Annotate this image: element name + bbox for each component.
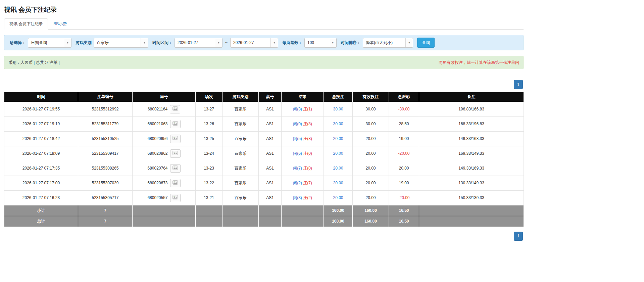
total-bet-link[interactable]: 20.00 — [333, 166, 343, 171]
summary-currency-total: 币别：人民币 | 总共 :7 注单 | — [8, 60, 60, 65]
page-button-1[interactable]: 1 — [514, 232, 523, 241]
query-type-select[interactable]: 日期查询 ▾ — [28, 38, 71, 48]
total-bet-link[interactable]: 30.00 — [333, 107, 343, 111]
result-player: 闲(3) — [293, 107, 302, 111]
pagination-bottom: 1 — [4, 232, 523, 241]
total-bet-link[interactable]: 20.00 — [333, 181, 343, 185]
table-row: 2026-01-27 07:18:09 523155309417 6800208… — [4, 146, 524, 161]
table-row: 2026-01-27 07:17:35 523155308265 6800207… — [4, 161, 524, 176]
video-icon — [172, 166, 178, 171]
chevron-down-icon: ▾ — [64, 38, 71, 47]
cell-round-id: 680020862 — [133, 146, 196, 161]
cell-game-type: 百家乐 — [222, 161, 259, 176]
cell-payout: 28.50 — [389, 116, 419, 131]
round-id-value: 680020557 — [147, 195, 167, 200]
chevron-down-icon: ▾ — [270, 38, 278, 47]
cell-remark: 149.33/168.33 — [419, 131, 524, 146]
video-replay-button[interactable] — [170, 179, 181, 187]
cell-bet-id: 523155309417 — [78, 146, 133, 161]
cell-round-id: 680020557 — [133, 190, 196, 205]
chevron-down-icon: ▾ — [141, 38, 148, 47]
video-replay-button[interactable] — [170, 120, 181, 128]
cell-total-bet: 20.00 — [324, 190, 353, 205]
result-banker: 庄(0) — [303, 166, 312, 171]
cell-bet-id: 523155310525 — [78, 131, 133, 146]
video-replay-button[interactable] — [170, 105, 180, 113]
cell-game-type: 百家乐 — [222, 102, 259, 116]
cell-session: 13-27 — [196, 102, 222, 116]
page-button-1[interactable]: 1 — [514, 80, 523, 89]
cell-result: 闲(2) 庄(7) — [282, 176, 324, 190]
tab-bb-tip[interactable]: BB小费 — [48, 18, 72, 30]
cell-remark: 150.33/130.33 — [419, 190, 524, 205]
round-id-value: 680021063 — [147, 122, 167, 126]
cell-valid-bet: 20.00 — [353, 176, 389, 190]
result-player: 闲(6) — [293, 151, 302, 156]
result-player: 闲(7) — [293, 166, 302, 171]
total-bet-link[interactable]: 20.00 — [333, 136, 343, 141]
col-payout: 总派彩 — [389, 92, 419, 102]
sort-value: 降幂(由大到小) — [363, 38, 405, 47]
total-bet-link[interactable]: 20.00 — [333, 151, 343, 156]
total-bet-link[interactable]: 20.00 — [333, 195, 343, 200]
total-label: 总计 — [4, 216, 78, 227]
game-type-value: 百家乐 — [94, 38, 141, 47]
tab-betting-records[interactable]: 视讯 会员下注纪录 — [4, 18, 48, 30]
cell-time: 2026-01-27 07:16:23 — [4, 190, 78, 205]
pagination-top: 1 — [4, 80, 523, 89]
subtotal-label: 小计 — [4, 205, 78, 216]
round-id-value: 680020862 — [147, 151, 167, 156]
total-bet-link[interactable]: 30.00 — [333, 122, 343, 126]
page-size-select[interactable]: 100 ▾ — [304, 38, 337, 48]
video-replay-button[interactable] — [170, 194, 181, 202]
cell-round-id: 680020764 — [133, 161, 196, 176]
result-banker: 庄(8) — [303, 122, 312, 126]
page-container: 视讯 会员下注纪录 视讯 会员下注纪录 BB小费 请选择： 日期查询 ▾ 游戏类… — [4, 5, 524, 241]
col-session: 场次 — [196, 92, 222, 102]
date-from-select[interactable]: 2026-01-27 ▾ — [175, 38, 222, 48]
cell-round-id: 680020673 — [133, 176, 196, 190]
subtotal-total-bet: 160.00 — [324, 205, 353, 216]
video-replay-button[interactable] — [170, 135, 181, 143]
sort-select[interactable]: 降幂(由大到小) ▾ — [363, 38, 413, 48]
cell-time: 2026-01-27 07:19:55 — [4, 102, 78, 116]
video-replay-button[interactable] — [170, 164, 181, 173]
cell-total-bet: 20.00 — [324, 131, 353, 146]
chevron-down-icon: ▾ — [215, 38, 222, 47]
cell-round-id: 680021164 — [133, 102, 196, 116]
cell-total-bet: 30.00 — [324, 116, 353, 131]
cell-result: 闲(7) 庄(0) — [282, 161, 324, 176]
cell-remark: 168.33/196.83 — [419, 116, 524, 131]
col-round-id: 局号 — [133, 92, 196, 102]
cell-payout: 19.00 — [389, 131, 419, 146]
page-title: 视讯 会员下注纪录 — [4, 5, 524, 14]
cell-session: 13-23 — [196, 161, 222, 176]
round-id-value: 680021164 — [148, 107, 167, 111]
date-from-value: 2026-01-27 — [175, 38, 215, 47]
result-banker: 庄(7) — [303, 181, 312, 185]
filter-bar: 请选择： 日期查询 ▾ 游戏类别 百家乐 ▾ 时间区间： 2026-01-27 … — [4, 35, 524, 50]
game-type-select[interactable]: 百家乐 ▾ — [94, 38, 148, 48]
video-icon — [172, 136, 178, 141]
cell-valid-bet: 20.00 — [353, 190, 389, 205]
query-button[interactable]: 查询 — [417, 38, 435, 48]
result-banker: 庄(0) — [303, 151, 312, 156]
video-icon — [172, 121, 178, 127]
date-to-select[interactable]: 2026-01-27 ▾ — [230, 38, 278, 48]
cell-remark: 169.33/149.33 — [419, 146, 524, 161]
cell-total-bet: 20.00 — [324, 146, 353, 161]
cell-valid-bet: 30.00 — [353, 102, 389, 116]
summary-bar: 币别：人民币 | 总共 :7 注单 | 同局有效投注，统一计算在该局第一张注单内 — [4, 56, 524, 69]
round-id-value: 680020956 — [147, 136, 167, 141]
result-player: 闲(2) — [293, 181, 302, 185]
video-replay-button[interactable] — [170, 149, 181, 158]
cell-table-no: AS1 — [259, 161, 282, 176]
round-id-value: 680020673 — [147, 181, 167, 185]
cell-table-no: AS1 — [259, 131, 282, 146]
table-row: 2026-01-27 07:16:23 523155305717 6800205… — [4, 190, 524, 205]
cell-game-type: 百家乐 — [222, 146, 259, 161]
cell-session: 13-25 — [196, 131, 222, 146]
cell-valid-bet: 20.00 — [353, 131, 389, 146]
total-valid-bet: 160.00 — [353, 216, 389, 227]
cell-round-id: 680021063 — [133, 116, 196, 131]
